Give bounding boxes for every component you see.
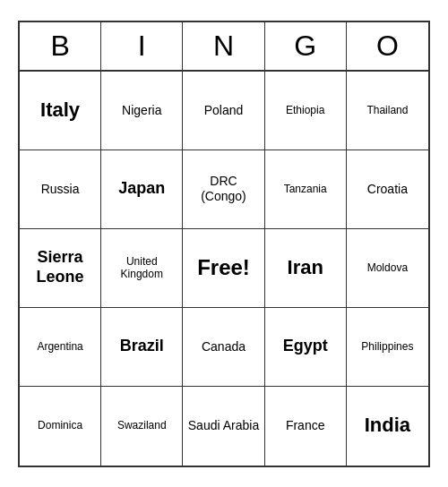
bingo-cell: Japan [101, 150, 183, 229]
header-letter: N [183, 22, 264, 70]
bingo-cell: Egypt [265, 308, 347, 387]
bingo-cell: Free! [183, 229, 264, 308]
bingo-cell: Russia [20, 150, 101, 229]
bingo-header: BINGO [20, 22, 428, 72]
header-letter: G [265, 22, 347, 70]
bingo-grid: ItalyNigeriaPolandEthiopiaThailandRussia… [20, 72, 428, 466]
header-letter: I [101, 22, 183, 70]
bingo-cell: Iran [265, 229, 347, 308]
bingo-cell: Sierra Leone [20, 229, 101, 308]
bingo-cell: Moldova [347, 229, 428, 308]
header-letter: B [20, 22, 101, 70]
bingo-cell: DRC (Congo) [183, 150, 264, 229]
bingo-cell: India [347, 387, 428, 466]
bingo-cell: France [265, 387, 347, 466]
bingo-cell: Croatia [347, 150, 428, 229]
bingo-cell: United Kingdom [101, 229, 183, 308]
bingo-cell: Poland [183, 72, 264, 150]
header-letter: O [347, 22, 428, 70]
bingo-cell: Brazil [101, 308, 183, 387]
bingo-cell: Canada [183, 308, 264, 387]
bingo-cell: Philippines [347, 308, 428, 387]
bingo-cell: Thailand [347, 72, 428, 150]
bingo-cell: Nigeria [101, 72, 183, 150]
bingo-cell: Dominica [20, 387, 101, 466]
bingo-card: BINGO ItalyNigeriaPolandEthiopiaThailand… [18, 21, 430, 467]
bingo-cell: Argentina [20, 308, 101, 387]
bingo-cell: Tanzania [265, 150, 347, 229]
bingo-cell: Ethiopia [265, 72, 347, 150]
bingo-cell: Swaziland [101, 387, 183, 466]
bingo-cell: Saudi Arabia [183, 387, 264, 466]
bingo-cell: Italy [20, 72, 101, 150]
